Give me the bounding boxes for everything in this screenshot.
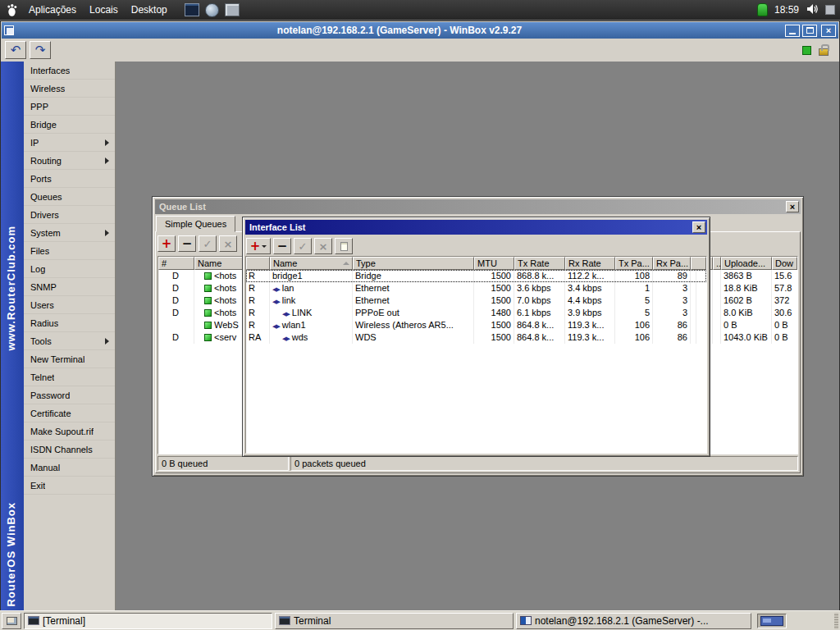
panel-clock[interactable]: 18:59 xyxy=(774,4,799,16)
interface-row-tx-rate: 868.8 k... xyxy=(514,270,565,282)
download-value: 30.6 xyxy=(774,308,792,317)
remove-button[interactable]: − xyxy=(178,235,196,252)
close-button[interactable]: × xyxy=(821,25,836,37)
menu-item-routing[interactable]: Routing xyxy=(24,152,115,170)
add-button[interactable]: + xyxy=(158,235,176,252)
menu-item-manual[interactable]: Manual xyxy=(24,459,115,477)
menu-item-users[interactable]: Users xyxy=(24,296,115,314)
interface-row[interactable]: R◀▶wlan1Wireless (Atheros AR5...1500864.… xyxy=(246,319,706,331)
menu-item-password[interactable]: Password xyxy=(24,386,115,404)
menu-item-ppp[interactable]: PPP xyxy=(24,98,115,116)
interface-row[interactable]: RA◀▶wdsWDS1500864.8 k...119.3 k...10686 xyxy=(246,331,706,344)
cell-value: 106 xyxy=(635,320,650,330)
column-header-gap[interactable]: .. xyxy=(713,257,721,270)
enable-button[interactable]: ✓ xyxy=(294,238,312,254)
cell-value: 6.1 kbps xyxy=(517,308,551,317)
cell-value: 119.3 k... xyxy=(568,320,604,330)
menu-item-certificate[interactable]: Certificate xyxy=(24,404,115,422)
queue-list-close-button[interactable]: × xyxy=(786,201,799,212)
column-header-upload[interactable]: Uploade... xyxy=(721,257,772,270)
menu-item-bridge[interactable]: Bridge xyxy=(24,116,115,134)
interface-row-rx-packets: 3 xyxy=(653,282,691,294)
disable-button[interactable]: × xyxy=(314,238,332,254)
taskbar-window-button-2[interactable]: notelan@192.168.2.1 (GameServer) -... xyxy=(516,613,751,629)
interface-list-titlebar[interactable]: Interface List × xyxy=(245,220,707,235)
column-header-name[interactable]: Name xyxy=(270,257,353,270)
column-header-flags[interactable]: # xyxy=(158,257,194,270)
interface-row[interactable]: R◀▶lanEthernet15003.6 kbps3.4 kbps13 xyxy=(246,282,706,294)
enable-button[interactable]: ✓ xyxy=(199,235,217,252)
terminal-launcher-icon[interactable] xyxy=(185,3,199,16)
disable-button[interactable]: × xyxy=(219,235,237,252)
menu-item-system[interactable]: System xyxy=(24,224,115,242)
remove-button[interactable]: − xyxy=(273,238,291,254)
taskbar-window-button-0[interactable]: [Terminal] xyxy=(24,613,272,629)
interface-name: wlan1 xyxy=(282,320,306,330)
interface-row[interactable]: R◀▶linkEthernet15007.0 kbps4.4 kbps53 xyxy=(246,294,706,307)
network-status-icon[interactable] xyxy=(757,3,768,16)
menu-item-wireless[interactable]: Wireless xyxy=(24,80,115,98)
comment-button[interactable] xyxy=(335,238,353,254)
interface-row-name: ◀▶wlan1 xyxy=(270,319,353,331)
menu-item-ports[interactable]: Ports xyxy=(24,170,115,188)
show-desktop-button[interactable] xyxy=(2,613,21,629)
menu-item-make-supout-rif[interactable]: Make Supout.rif xyxy=(24,422,115,441)
panel-menu-locais[interactable]: Locais xyxy=(84,2,124,18)
menu-item-label: System xyxy=(30,228,61,238)
menu-item-exit[interactable]: Exit xyxy=(24,477,115,495)
menu-item-queues[interactable]: Queues xyxy=(24,188,115,206)
tab-simple-queues[interactable]: Simple Queues xyxy=(156,216,235,232)
gnome-foot-icon[interactable] xyxy=(5,2,20,17)
screenshot-launcher-icon[interactable] xyxy=(225,3,240,16)
menu-item-tools[interactable]: Tools xyxy=(24,332,115,350)
queue-list-titlebar[interactable]: Queue List × xyxy=(155,199,801,214)
volume-icon[interactable] xyxy=(806,2,819,17)
menu-item-drivers[interactable]: Drivers xyxy=(24,206,115,224)
maximize-button[interactable] xyxy=(802,25,817,37)
redo-button[interactable]: ↷ xyxy=(30,41,51,59)
remove-icon: − xyxy=(182,238,193,250)
column-header-flags[interactable] xyxy=(246,257,270,270)
menu-item-new-terminal[interactable]: New Terminal xyxy=(24,350,115,368)
column-header-rx-pa[interactable]: Rx Pa... xyxy=(653,257,691,270)
cell-value: 3 xyxy=(682,283,687,293)
enable-icon: ✓ xyxy=(299,241,308,252)
queue-list-tabs: Simple Queues xyxy=(155,216,235,232)
menu-item-snmp[interactable]: SNMP xyxy=(24,278,115,296)
workspace-switcher[interactable] xyxy=(757,614,787,628)
menu-item-log[interactable]: Log xyxy=(24,260,115,278)
menu-item-radius[interactable]: Radius xyxy=(24,314,115,332)
add-dropdown-button[interactable]: + xyxy=(246,238,271,254)
column-header-mtu[interactable]: MTU xyxy=(474,257,514,270)
menu-item-ip[interactable]: IP xyxy=(24,134,115,152)
interface-row-mtu: 1500 xyxy=(474,270,514,282)
panel-menu-aplica-es[interactable]: Aplicações xyxy=(23,2,82,18)
interface-row[interactable]: Rbridge1Bridge1500868.8 k...112.2 k...10… xyxy=(246,270,706,282)
taskbar-window-button-1[interactable]: Terminal xyxy=(275,613,514,629)
interface-row[interactable]: R◀▶LINKPPPoE out14806.1 kbps3.9 kbps53 xyxy=(246,307,706,319)
interface-list-close-button[interactable]: × xyxy=(692,221,705,233)
column-header-label: Type xyxy=(356,258,376,268)
upload-value: 1043.0 KiB xyxy=(724,332,768,342)
undo-button[interactable]: ↶ xyxy=(5,41,26,59)
menu-item-files[interactable]: Files xyxy=(24,242,115,260)
panel-menu-desktop[interactable]: Desktop xyxy=(126,2,173,18)
column-header-rx-rate[interactable]: Rx Rate xyxy=(565,257,615,270)
column-header-download[interactable]: Dow xyxy=(772,257,797,270)
winbox-titlebar[interactable]: notelan@192.168.2.1 (GameServer) - WinBo… xyxy=(2,22,838,39)
column-header-tx-pa[interactable]: Tx Pa... xyxy=(615,257,653,270)
interface-row-name: ◀▶LINK xyxy=(270,307,353,319)
minimize-button[interactable] xyxy=(785,25,800,37)
web-launcher-icon[interactable] xyxy=(205,3,219,17)
menu-item-isdn-channels[interactable]: ISDN Channels xyxy=(24,441,115,459)
column-header-type[interactable]: Type xyxy=(353,257,474,270)
column-header-tx-rate[interactable]: Tx Rate xyxy=(514,257,565,270)
panel-drag-handle[interactable] xyxy=(834,613,838,629)
iface-table-body: Rbridge1Bridge1500868.8 k...112.2 k...10… xyxy=(246,270,706,344)
menu-item-interfaces[interactable]: Interfaces xyxy=(24,62,115,80)
menu-item-telnet[interactable]: Telnet xyxy=(24,368,115,386)
cell-value: 3.4 kbps xyxy=(568,283,602,293)
tray-item-icon[interactable] xyxy=(825,5,835,15)
cell-value: Wireless (Atheros AR5... xyxy=(355,320,454,330)
winbox-menu: InterfacesWirelessPPPBridgeIPRoutingPort… xyxy=(24,62,116,610)
